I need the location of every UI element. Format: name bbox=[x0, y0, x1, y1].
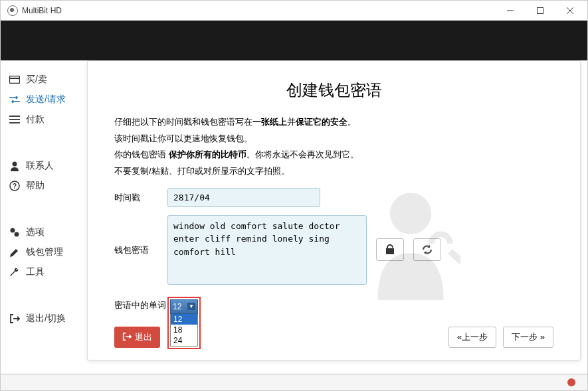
timestamp-label: 时间戳 bbox=[114, 188, 167, 204]
sidebar-item-wallet-management[interactable]: 钱包管理 bbox=[1, 242, 87, 262]
word-count-select[interactable]: 12 ▼ bbox=[170, 299, 198, 314]
svg-line-16 bbox=[450, 251, 461, 262]
maximize-button[interactable] bbox=[525, 1, 555, 20]
transfer-icon bbox=[9, 94, 21, 106]
sidebar-item-label: 选项 bbox=[26, 226, 45, 238]
credit-card-icon bbox=[9, 74, 21, 86]
sidebar-item-label: 钱包管理 bbox=[26, 246, 63, 258]
connection-status-indicator bbox=[567, 378, 575, 386]
modal-title: 创建钱包密语 bbox=[114, 80, 553, 101]
app-header bbox=[1, 21, 587, 60]
word-count-selected-value: 12 bbox=[173, 302, 181, 311]
sidebar-item-buy-sell[interactable]: 买/卖 bbox=[1, 70, 87, 90]
sidebar-item-help[interactable]: ? 帮助 bbox=[1, 176, 87, 196]
wallet-words-field[interactable]: window old comfort salute doctor enter c… bbox=[167, 215, 367, 285]
window-titlebar: MultiBit HD bbox=[1, 1, 587, 21]
exit-button[interactable]: 退出 bbox=[114, 327, 160, 348]
sidebar-item-options[interactable]: 选项 bbox=[1, 222, 87, 242]
sidebar-item-label: 联系人 bbox=[26, 160, 54, 172]
window-title: MultiBit HD bbox=[22, 6, 62, 15]
word-count-label: 密语中的单词 bbox=[114, 297, 167, 311]
create-wallet-passphrase-modal: 创建钱包密语 仔细把以下的时间戳和钱包密语写在一张纸上并保证它的安全。 该时间戳… bbox=[87, 60, 581, 360]
sidebar: 买/卖 发送/请求 付款 联系人 ? 帮助 选项 钱包管理 bbox=[1, 60, 87, 374]
sidebar-item-exit-switch[interactable]: 退出/切换 bbox=[1, 309, 87, 329]
sidebar-item-tools[interactable]: 工具 bbox=[1, 262, 87, 282]
word-count-option-12[interactable]: 12 bbox=[171, 314, 197, 325]
user-icon bbox=[9, 160, 21, 172]
sidebar-item-payments[interactable]: 付款 bbox=[1, 110, 87, 129]
sidebar-item-label: 发送/请求 bbox=[26, 94, 66, 106]
svg-point-13 bbox=[15, 232, 19, 237]
timestamp-field[interactable]: 2817/04 bbox=[167, 188, 320, 207]
svg-point-12 bbox=[11, 228, 15, 233]
help-icon: ? bbox=[9, 180, 21, 192]
app-icon bbox=[7, 5, 18, 16]
person-silhouette-icon bbox=[361, 187, 460, 303]
minimize-button[interactable] bbox=[495, 1, 525, 20]
status-bar bbox=[1, 374, 587, 390]
svg-point-9 bbox=[13, 162, 17, 167]
words-label: 钱包密语 bbox=[114, 215, 167, 256]
exit-button-label: 退出 bbox=[135, 331, 152, 343]
svg-rect-4 bbox=[10, 76, 20, 84]
edit-icon bbox=[9, 246, 21, 258]
sidebar-item-contacts[interactable]: 联系人 bbox=[1, 156, 87, 176]
previous-button[interactable]: «上一步 bbox=[448, 327, 496, 348]
svg-point-14 bbox=[390, 193, 431, 234]
instructions: 仔细把以下的时间戳和钱包密语写在一张纸上并保证它的安全。 该时间戳让你可以更速地… bbox=[114, 114, 553, 180]
svg-text:?: ? bbox=[13, 183, 17, 190]
sidebar-item-label: 工具 bbox=[26, 266, 45, 278]
sidebar-item-label: 帮助 bbox=[26, 180, 45, 192]
list-icon bbox=[9, 114, 21, 125]
sign-out-icon bbox=[122, 332, 132, 343]
svg-rect-1 bbox=[537, 7, 543, 13]
chevron-down-icon: ▼ bbox=[187, 303, 195, 310]
sidebar-item-label: 付款 bbox=[26, 114, 45, 125]
close-button[interactable] bbox=[555, 1, 585, 20]
wrench-icon bbox=[9, 266, 21, 278]
window-controls bbox=[495, 1, 585, 20]
sidebar-item-label: 退出/切换 bbox=[26, 313, 66, 325]
sidebar-item-send-request[interactable]: 发送/请求 bbox=[1, 90, 87, 110]
next-button[interactable]: 下一步 » bbox=[503, 327, 553, 348]
gears-icon bbox=[9, 226, 21, 238]
sign-out-icon bbox=[9, 313, 21, 325]
sidebar-item-label: 买/卖 bbox=[26, 74, 47, 86]
